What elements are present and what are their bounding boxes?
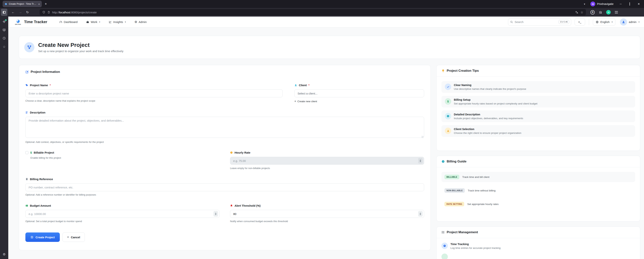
page-content: Create New Project Set up a new project … (8, 28, 644, 259)
window-close-button[interactable]: × (637, 2, 640, 6)
history-clock-icon[interactable] (2, 37, 6, 40)
dollar-icon: $ (445, 98, 451, 105)
nav-admin[interactable]: ⚙ Admin (134, 20, 147, 24)
shield-icon[interactable] (42, 11, 45, 14)
url-bar[interactable]: http://localhost:8080/projects/create ☆ (40, 9, 586, 16)
tip-item: Client Selection Choose the right client… (442, 125, 635, 137)
global-search[interactable]: Ctrl+K (508, 19, 571, 26)
user-menu[interactable]: admin ▾ (620, 19, 640, 26)
primary-nav: Dashboard Work ▾ Insights ▾ (59, 20, 147, 24)
billing-guide-card: Billing Guide BILLABLE Track time and bi… (436, 156, 640, 221)
budget-help: Optional: Set a total project budget to … (26, 220, 220, 223)
menu-hamburger-icon[interactable] (615, 11, 618, 14)
hourly-rate-input[interactable] (230, 157, 424, 165)
client-select[interactable]: Select a client... (294, 89, 424, 97)
billing-reference-input[interactable] (26, 183, 424, 191)
alert-threshold-group: Alert Threshold (%) Notify when consumed… (230, 204, 424, 223)
project-name-input[interactable] (26, 89, 283, 97)
extension-vpn-icon[interactable] (606, 10, 611, 15)
bookmarks-star-icon[interactable]: ☆ (3, 45, 6, 49)
description-textarea[interactable] (26, 117, 424, 138)
billable-group: $ Billable Project Enable billing for th… (26, 151, 220, 170)
page-subtitle: Set up a new project to organize your wo… (38, 50, 124, 53)
sidebar-icon (3, 11, 6, 14)
partial-icon (442, 253, 448, 259)
rate-setting-badge: RATE SETTING (444, 202, 464, 206)
page-header-card: Create New Project Set up a new project … (19, 36, 640, 59)
browser-tab[interactable]: Create Project - Time Tracker × (3, 1, 42, 7)
project-diagram-icon (24, 42, 34, 52)
maximize-icon (630, 2, 630, 6)
extension-puzzle-icon[interactable] (599, 11, 602, 14)
budget-input[interactable] (26, 210, 220, 218)
nav-insights[interactable]: Insights ▾ (109, 20, 126, 24)
url-text: http://localhost:8080/projects/create (52, 11, 97, 14)
lightbulb-icon (442, 69, 445, 73)
settings-gear-icon[interactable]: ⚙ (0, 252, 8, 256)
tip-item: Clear Naming Use descriptive names that … (442, 81, 635, 93)
globe-icon (596, 21, 599, 24)
chart-line-icon (109, 21, 112, 24)
app-logo[interactable]: DRYTRIX (14, 19, 22, 25)
management-item: Time Tracking Log time entries for accur… (442, 243, 635, 249)
search-input[interactable] (514, 20, 557, 24)
number-spinner[interactable] (214, 211, 218, 217)
ai-sparkle-icon[interactable] (2, 20, 6, 23)
back-button[interactable]: ← (12, 10, 15, 14)
alert-threshold-input[interactable] (230, 210, 424, 218)
billing-reference-help: Optional: Add a reference number or iden… (26, 193, 424, 196)
list-tabs-icon[interactable]: ▾ (584, 3, 585, 6)
forward-button[interactable]: → (19, 10, 22, 14)
number-spinner[interactable] (418, 158, 422, 164)
create-project-button[interactable]: Create Project (26, 232, 60, 242)
check-icon (445, 84, 451, 90)
billing-reference-label: Billing Reference (26, 177, 424, 181)
billable-badge: BILLABLE (444, 175, 459, 179)
app-title[interactable]: Time Tracker (24, 20, 47, 24)
nav-work[interactable]: Work ▾ (86, 20, 100, 24)
bookmark-star-icon[interactable]: ☆ (580, 10, 583, 14)
new-tab-button[interactable]: + (45, 2, 47, 6)
briefcase-icon (86, 21, 89, 24)
tips-card: Project Creation Tips Clear Naming Use d… (436, 65, 640, 151)
extension-duckduckgo-icon[interactable]: D (590, 10, 595, 15)
gear-icon: ⚙ (134, 20, 137, 24)
resize-grip[interactable] (422, 136, 424, 138)
billing-guide-row: BILLABLE Track time and bill client (442, 172, 635, 182)
caret-down-icon: ▾ (612, 21, 612, 23)
tab-close-icon[interactable]: × (38, 3, 40, 6)
window-maximize-button[interactable] (628, 3, 632, 6)
hourly-rate-label: Hourly Rate (230, 151, 424, 154)
description-group: Description Optional: Add context, objec… (26, 111, 424, 143)
budget-group: Budget Amount Optional: Set a total proj… (26, 204, 220, 223)
reload-button[interactable]: ↻ (26, 10, 29, 14)
private-label: Privénavigatie (597, 3, 614, 6)
create-client-link[interactable]: + Create new client (294, 100, 424, 103)
speedometer-icon (59, 21, 62, 24)
synced-tabs-icon[interactable] (2, 28, 6, 32)
text-lines-icon (26, 111, 28, 114)
billable-help: Enable billing for this project (30, 156, 220, 159)
project-management-header: Project Management (436, 227, 640, 238)
sidebar-toggle-button[interactable] (1, 9, 7, 16)
client-group: Client * Select a client... + Create new… (294, 84, 424, 103)
tips-header: Project Creation Tips (436, 65, 640, 77)
management-item (442, 253, 635, 259)
command-terminal-button[interactable]: >_ (574, 19, 585, 26)
translate-icon[interactable] (575, 11, 578, 14)
billable-label: Billable Project (34, 151, 54, 154)
page-info-icon[interactable] (48, 11, 50, 14)
window-minimize-button[interactable]: ─ (619, 3, 622, 6)
project-name-group: Project Name * Choose a clear, descripti… (26, 84, 283, 103)
non-billable-badge: NON-BILLABLE (444, 188, 465, 193)
nav-dashboard[interactable]: Dashboard (59, 20, 78, 24)
billable-checkbox[interactable] (26, 151, 28, 154)
language-selector[interactable]: English ▾ (593, 19, 616, 26)
info-icon (445, 113, 451, 119)
clock-icon (230, 151, 233, 154)
cancel-button[interactable]: × Cancel (62, 232, 85, 242)
billing-guide-header: Billing Guide (436, 156, 640, 167)
form-section-header: Project Information (26, 70, 424, 74)
number-spinner[interactable] (418, 211, 422, 217)
client-label: Client * (294, 84, 424, 87)
